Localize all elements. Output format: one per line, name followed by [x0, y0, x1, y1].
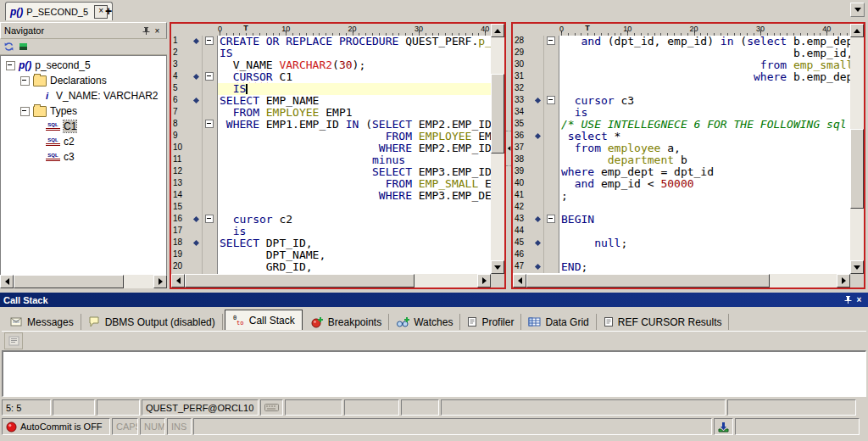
tree-collapse-icon[interactable]	[20, 107, 30, 116]
close-icon[interactable]: ×	[854, 295, 865, 305]
fold-collapse-icon[interactable]	[205, 72, 214, 81]
scroll-left-arrow[interactable]	[513, 274, 526, 287]
tree-item-v-name-varchar2[interactable]: iV_NAME: VARCHAR2	[1, 88, 166, 103]
tab-messages[interactable]: Messages	[3, 314, 81, 330]
scroll-down-arrow[interactable]	[850, 260, 864, 274]
editor-pane-left[interactable]: 010203040T1CREATE OR REPLACE PROCEDURE Q…	[170, 22, 506, 289]
status-text: QUEST_PERF@ORCL10	[146, 403, 253, 413]
scroll-right-arrow[interactable]	[477, 274, 491, 287]
document-tab[interactable]: p() P_SECOND_5 ×	[5, 2, 113, 20]
gutter: 12	[171, 166, 218, 178]
tab-label: Data Grid	[545, 316, 588, 328]
code-text: ;	[559, 190, 850, 202]
status-cell-empty	[285, 399, 342, 416]
fold-collapse-icon[interactable]	[547, 96, 555, 104]
tab-ref-cursor-results[interactable]: REF CURSOR Results	[597, 314, 730, 330]
scroll-left-arrow[interactable]	[0, 275, 14, 288]
code-text: FROM EMP_SMALL EMP3	[218, 178, 491, 190]
status-cell-autocommit-is-off: AutoCommit is OFF	[2, 418, 110, 435]
code-line: 9 FROM EMPLOYEE EMP2	[171, 131, 491, 142]
code-line: 39where emp_dept = dpt_id	[513, 166, 850, 178]
scroll-up-arrow[interactable]	[491, 24, 504, 37]
scroll-left-arrow[interactable]	[171, 274, 185, 287]
code-text: /* USE INTELLEGNECE 6 FOR THE FOLLOWING …	[559, 119, 850, 131]
scroll-up-arrow[interactable]	[850, 24, 864, 37]
line-number: 2	[171, 47, 192, 59]
gutter: 2	[171, 47, 218, 59]
status-cell-save[interactable]	[714, 418, 733, 435]
line-number: 33	[513, 95, 533, 107]
tree-item-c2[interactable]: SQLc2	[1, 134, 166, 149]
close-icon[interactable]: ×	[152, 25, 163, 36]
tab-watches[interactable]: Watches	[389, 314, 460, 330]
gutter: 29	[513, 47, 559, 59]
code-text: GRD_ID,	[218, 261, 491, 273]
code-area[interactable]: 28 and (dpt_id, emp_id) in (select b.emp…	[513, 36, 850, 274]
line-number: 42	[513, 202, 533, 214]
navigator-panel: Navigator × p()p_second_5DeclarationsiV_…	[0, 22, 167, 288]
code-line: 45 null;	[513, 237, 850, 249]
tab-label: DBMS Output (disabled)	[105, 316, 215, 328]
scrollbar-thumb[interactable]	[526, 274, 770, 287]
gutter: 19	[171, 249, 218, 261]
vertical-scrollbar[interactable]	[850, 24, 864, 274]
scrollbar-thumb[interactable]	[14, 275, 124, 288]
tree-collapse-icon[interactable]	[6, 61, 15, 70]
status-cell-empty	[193, 418, 712, 435]
scrollbar-thumb[interactable]	[185, 274, 415, 287]
code-line: 14 WHERE EMP3.EMP_DEPT	[171, 190, 491, 202]
tab-label: Messages	[27, 316, 74, 328]
gutter: 31	[513, 71, 559, 83]
scroll-down-arrow[interactable]	[491, 260, 504, 274]
new-tab-button[interactable]: +	[105, 4, 112, 18]
tree-collapse-icon[interactable]	[20, 76, 30, 86]
gutter: 17	[171, 226, 218, 237]
tree-item-p-second-5[interactable]: p()p_second_5	[1, 58, 166, 73]
gutter: 47	[513, 261, 559, 273]
code-text: where emp_dept = dpt_id	[559, 166, 850, 178]
code-text: from employee a,	[559, 142, 850, 154]
fold-collapse-icon[interactable]	[547, 36, 555, 45]
code-line: 19 DPT_NAME,	[171, 249, 491, 261]
code-text: IS	[218, 47, 491, 59]
save-icon[interactable]	[718, 421, 729, 433]
tab-dbms-output-disabled-[interactable]: DBMS Output (disabled)	[81, 314, 223, 330]
scroll-right-arrow[interactable]	[153, 275, 167, 288]
document-tab-bar: p() P_SECOND_5 × +	[0, 0, 868, 20]
tree-item-c1[interactable]: SQLC1	[1, 119, 166, 134]
horizontal-scrollbar[interactable]	[171, 274, 491, 287]
tree-item-c3[interactable]: SQLc3	[1, 149, 166, 165]
fold-collapse-icon[interactable]	[205, 36, 214, 45]
editor-pane-right[interactable]: 010203040T28 and (dpt_id, emp_id) in (se…	[511, 22, 865, 289]
status-text: 5: 5	[6, 403, 21, 413]
callstack-list[interactable]	[2, 350, 866, 397]
scrollbar-thumb[interactable]	[850, 129, 864, 209]
gutter: 1	[171, 36, 218, 47]
pin-icon[interactable]	[843, 295, 854, 305]
tab-data-grid[interactable]: Data Grid	[521, 314, 596, 330]
pin-icon[interactable]	[141, 25, 152, 36]
scroll-right-arrow[interactable]	[837, 274, 850, 287]
scrollbar-thumb[interactable]	[491, 74, 504, 154]
vertical-scrollbar[interactable]	[491, 24, 504, 274]
stack-list-button[interactable]	[4, 332, 23, 349]
status-square-icon[interactable]	[19, 43, 27, 50]
line-number: 17	[171, 226, 192, 237]
code-area[interactable]: 1CREATE OR REPLACE PROCEDURE QUEST_PERF.…	[171, 36, 491, 274]
fold-collapse-icon[interactable]	[205, 120, 214, 128]
tab-profiler[interactable]: Profiler	[460, 314, 521, 330]
gutter: 34	[513, 107, 559, 119]
tab-list-dropdown-button[interactable]	[850, 3, 865, 17]
tab-breakpoints[interactable]: Breakpoints	[304, 314, 389, 330]
navigator-horizontal-scrollbar[interactable]	[0, 275, 167, 288]
tree-item-label: Declarations	[50, 75, 107, 87]
code-line: 17 is	[171, 226, 491, 237]
tree-item-declarations[interactable]: Declarations	[1, 73, 166, 88]
tab-call-stack[interactable]: 0toCall Stack	[225, 310, 303, 330]
refresh-icon[interactable]	[3, 42, 14, 52]
status-bar-state: AutoCommit is OFFCAPSNUMINS	[0, 417, 868, 436]
tree-item-types[interactable]: Types	[1, 103, 166, 119]
fold-collapse-icon[interactable]	[547, 215, 555, 223]
horizontal-scrollbar[interactable]	[513, 274, 850, 287]
fold-collapse-icon[interactable]	[205, 215, 214, 223]
